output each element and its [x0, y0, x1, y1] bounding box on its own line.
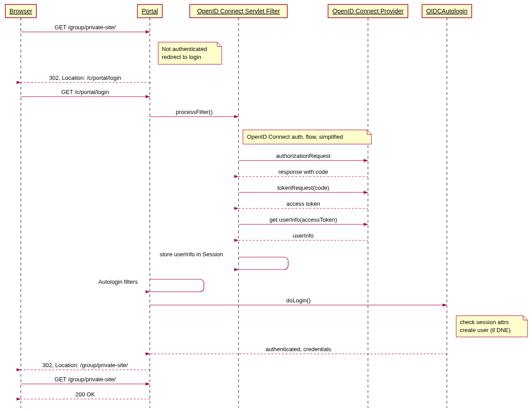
- msg-response-code: response with code: [239, 168, 368, 176]
- msg-userinfo: userInfo: [239, 232, 368, 240]
- msg-get-private-site: GET /group/private-site/: [21, 24, 150, 32]
- msg-access-token: access token: [239, 200, 368, 208]
- msg-302-private: 302, Location: /group/private-site/: [21, 362, 150, 370]
- msg-get-login: GET /c/portal/login: [21, 89, 150, 97]
- note-auth-flow-label: OpenID Connect auth. flow, simplified: [247, 133, 343, 140]
- note-check-session-line2: create user (if DNE): [460, 327, 511, 333]
- msg-autologin-filters-label: Autologin filters: [98, 278, 138, 285]
- participant-portal-label: Portal: [142, 8, 158, 15]
- msg-token-request: tokenRequest(code): [239, 184, 368, 192]
- msg-get-userinfo-label: get userInfo(accessToken): [270, 216, 337, 223]
- participant-provider-label: OpenID Connect Provider: [332, 8, 404, 15]
- msg-authorization-request: authorizationRequest: [239, 153, 368, 160]
- msg-200-ok: 200 OK: [21, 391, 150, 399]
- msg-store-userinfo-label: store userInfo in Session: [160, 251, 223, 258]
- msg-get-private-site-2-label: GET /group/private-site/: [55, 376, 116, 383]
- participant-provider: OpenID Connect Provider: [328, 4, 408, 18]
- msg-processfilter-label: processFilter(): [176, 109, 212, 115]
- msg-token-request-label: tokenRequest(code): [277, 184, 329, 191]
- participant-autologin: OIDCAutologin: [422, 4, 472, 18]
- msg-authenticated: authenticated, credentials: [150, 346, 447, 354]
- note-not-authenticated-line2: redirect to login: [162, 54, 201, 60]
- note-not-authenticated: Not authenticated redirect to login: [158, 42, 222, 64]
- participant-autologin-label: OIDCAutologin: [426, 8, 467, 15]
- note-check-session-line1: check session attrs: [460, 319, 509, 325]
- msg-get-userinfo: get userInfo(accessToken): [239, 216, 368, 224]
- msg-processfilter: processFilter(): [150, 109, 239, 117]
- msg-response-code-label: response with code: [278, 168, 328, 175]
- participant-filter-label: OpenID Connect Servlet Filter: [197, 8, 280, 15]
- note-check-session: check session attrs create user (if DNE): [456, 316, 528, 337]
- msg-200-ok-label: 200 OK: [75, 391, 95, 398]
- note-not-authenticated-line1: Not authenticated: [162, 46, 207, 52]
- msg-get-private-site-label: GET /group/private-site/: [55, 24, 116, 31]
- msg-dologin-label: doLogin(): [286, 297, 311, 304]
- participant-browser-label: Browser: [9, 8, 32, 15]
- msg-autologin-filters: Autologin filters: [98, 278, 204, 292]
- msg-302-login: 302, Location: /c/portal/login: [21, 74, 150, 82]
- msg-authenticated-label: authenticated, credentials: [266, 346, 332, 352]
- sequence-diagram: Browser Portal OpenID Connect Servlet Fi…: [0, 0, 532, 411]
- msg-dologin: doLogin(): [150, 297, 447, 305]
- msg-302-private-label: 302, Location: /group/private-site/: [43, 362, 128, 368]
- participant-portal: Portal: [137, 4, 162, 18]
- msg-get-login-label: GET /c/portal/login: [61, 89, 109, 95]
- msg-302-login-label: 302, Location: /c/portal/login: [49, 74, 121, 81]
- msg-authorization-request-label: authorizationRequest: [276, 153, 331, 159]
- participant-browser: Browser: [5, 4, 36, 18]
- participant-filter: OpenID Connect Servlet Filter: [190, 4, 287, 18]
- msg-store-userinfo: store userInfo in Session: [160, 251, 288, 270]
- msg-get-private-site-2: GET /group/private-site/: [21, 376, 150, 384]
- msg-access-token-label: access token: [286, 200, 320, 207]
- msg-userinfo-label: userInfo: [293, 232, 314, 239]
- note-auth-flow: OpenID Connect auth. flow, simplified: [243, 130, 372, 144]
